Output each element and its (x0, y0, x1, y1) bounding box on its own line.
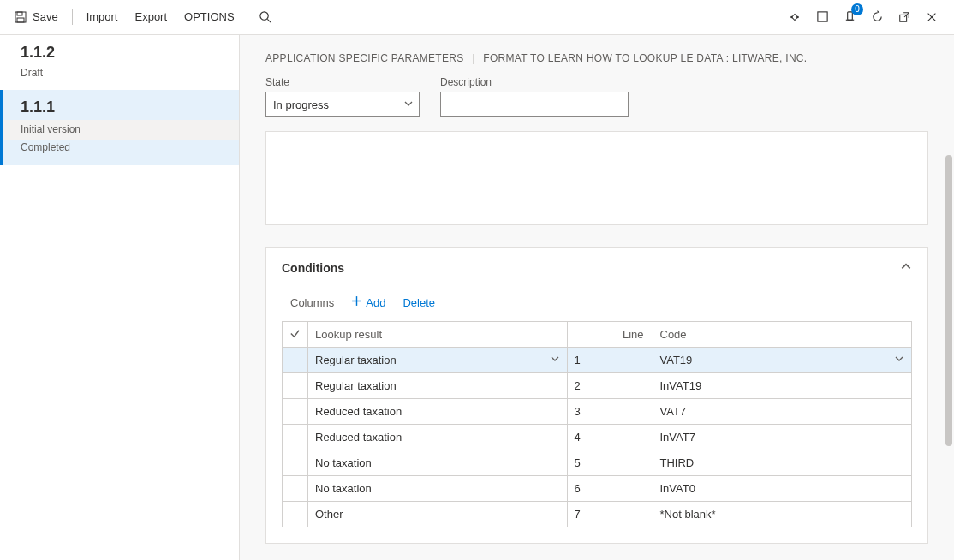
row-select[interactable] (283, 425, 308, 450)
sidebar-item-title: 1.1.2 (21, 44, 225, 62)
cell-code[interactable]: VAT7 (653, 399, 912, 425)
refresh-icon[interactable] (868, 9, 885, 26)
breadcrumb-part-2: FORMAT TO LEARN HOW TO LOOKUP LE DATA : … (483, 52, 807, 64)
table-row[interactable]: No taxation 6 InVAT0 (283, 476, 912, 502)
sidebar-item-title: 1.1.1 (21, 98, 225, 116)
add-button[interactable]: Add (351, 295, 385, 309)
row-select[interactable] (283, 348, 308, 373)
description-field: Description (440, 76, 629, 117)
toolbar-separator (72, 9, 73, 25)
svg-rect-8 (847, 12, 852, 20)
header-lookup[interactable]: Lookup result (308, 322, 568, 348)
conditions-header[interactable]: Conditions (266, 248, 927, 287)
conditions-title: Conditions (282, 261, 344, 275)
svg-point-5 (790, 15, 793, 18)
import-button[interactable]: Import (80, 7, 125, 27)
table-row[interactable]: Reduced taxation 4 InVAT7 (283, 425, 912, 450)
save-button[interactable]: Save (7, 7, 65, 27)
sidebar-item-status: Draft (21, 65, 225, 81)
header-line[interactable]: Line (567, 322, 653, 348)
state-select[interactable]: In progress (265, 92, 420, 117)
office-icon[interactable] (814, 9, 831, 26)
header-code[interactable]: Code (653, 322, 912, 348)
close-icon[interactable] (923, 9, 940, 26)
connector-icon[interactable] (786, 9, 803, 26)
save-icon (14, 10, 27, 24)
row-select[interactable] (283, 476, 308, 502)
conditions-grid-wrap: Lookup result Line Code Regular taxatio (266, 321, 927, 543)
sidebar-item-status: Completed (21, 140, 225, 156)
conditions-toolbar: Columns Add Delete (266, 287, 927, 321)
columns-button[interactable]: Columns (290, 296, 334, 309)
cell-lookup[interactable]: Reduced taxation (308, 425, 568, 450)
scrollbar-thumb[interactable] (945, 155, 952, 446)
notifications-icon[interactable]: 0 (841, 9, 858, 26)
toolbar-left: Save Import Export OPTIONS (7, 7, 279, 27)
cell-line[interactable]: 4 (567, 425, 653, 450)
state-field: State In progress (265, 76, 420, 117)
options-button[interactable]: OPTIONS (177, 7, 241, 27)
row-select[interactable] (283, 399, 308, 425)
row-select[interactable] (283, 450, 308, 476)
table-row[interactable]: Regular taxation 1 VAT19 (283, 348, 912, 373)
cell-line[interactable]: 6 (567, 476, 653, 502)
cell-code[interactable]: InVAT0 (653, 476, 912, 502)
cell-lookup[interactable]: No taxation (308, 476, 568, 502)
header-fields: State In progress Description (240, 76, 954, 131)
sidebar-item-111[interactable]: 1.1.1 Initial version Completed (0, 90, 239, 164)
content-scroll[interactable]: APPLICATION SPECIFIC PARAMETERS | FORMAT… (240, 35, 954, 560)
cell-line[interactable]: 1 (567, 348, 653, 373)
conditions-grid: Lookup result Line Code Regular taxatio (282, 321, 912, 527)
chevron-down-icon (550, 354, 560, 366)
row-select[interactable] (283, 373, 308, 399)
svg-rect-7 (817, 12, 826, 21)
state-label: State (265, 76, 420, 88)
main-layout: 1.1.2 Draft 1.1.1 Initial version Comple… (0, 34, 954, 560)
table-row[interactable]: Regular taxation 2 InVAT19 (283, 373, 912, 399)
cell-lookup[interactable]: Other (308, 502, 568, 527)
sidebar-item-112[interactable]: 1.1.2 Draft (0, 35, 239, 90)
table-row[interactable]: No taxation 5 THIRD (283, 450, 912, 476)
description-input[interactable] (440, 92, 629, 117)
cell-lookup[interactable]: Regular taxation (308, 348, 568, 373)
toolbar-right: 0 (786, 9, 947, 26)
cell-line[interactable]: 2 (567, 373, 653, 399)
notification-count: 0 (851, 3, 863, 15)
save-label: Save (33, 10, 58, 23)
table-row[interactable]: Reduced taxation 3 VAT7 (283, 399, 912, 425)
cell-line[interactable]: 7 (567, 502, 653, 527)
delete-button[interactable]: Delete (402, 296, 435, 309)
cell-lookup[interactable]: Reduced taxation (308, 399, 568, 425)
search-button[interactable] (252, 7, 279, 27)
header-select-all[interactable] (283, 322, 308, 348)
cell-line[interactable]: 3 (567, 399, 653, 425)
svg-rect-2 (17, 18, 24, 22)
row-select[interactable] (283, 502, 308, 527)
cell-line[interactable]: 5 (567, 450, 653, 476)
svg-point-3 (260, 12, 268, 20)
state-value: In progress (273, 98, 329, 111)
svg-rect-1 (17, 12, 22, 15)
version-sidebar: 1.1.2 Draft 1.1.1 Initial version Comple… (0, 35, 240, 560)
table-row[interactable]: Other 7 *Not blank* (283, 502, 912, 527)
chevron-up-icon (900, 260, 912, 275)
cell-code[interactable]: InVAT7 (653, 425, 912, 450)
cell-lookup[interactable]: Regular taxation (308, 373, 568, 399)
breadcrumb: APPLICATION SPECIFIC PARAMETERS | FORMAT… (240, 35, 954, 76)
chevron-down-icon (403, 98, 414, 111)
cell-lookup[interactable]: No taxation (308, 450, 568, 476)
description-label: Description (440, 76, 629, 88)
grid-header-row: Lookup result Line Code (283, 322, 912, 348)
upper-panel (265, 131, 928, 225)
popout-icon[interactable] (896, 9, 913, 26)
breadcrumb-separator: | (472, 52, 474, 64)
export-button[interactable]: Export (128, 7, 174, 27)
sidebar-item-description: Initial version (3, 120, 239, 140)
scrollbar[interactable] (942, 155, 954, 480)
cell-code[interactable]: InVAT19 (653, 373, 912, 399)
cell-code[interactable]: *Not blank* (653, 502, 912, 527)
cell-code[interactable]: THIRD (653, 450, 912, 476)
search-icon (259, 10, 272, 24)
svg-point-6 (796, 15, 799, 18)
cell-code[interactable]: VAT19 (653, 348, 912, 373)
